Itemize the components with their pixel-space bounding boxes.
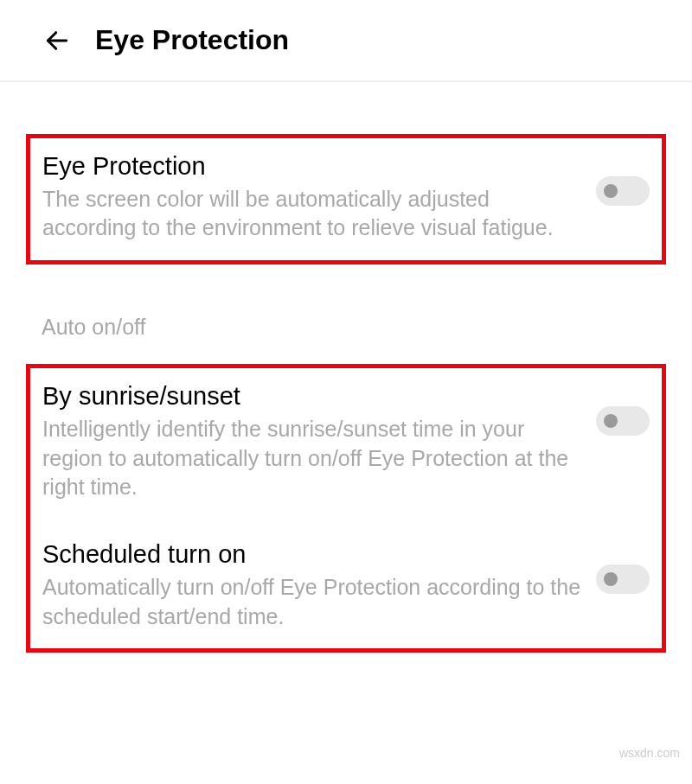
eye-protection-title: Eye Protection xyxy=(42,150,582,183)
toggle-knob-icon xyxy=(604,572,618,586)
eye-protection-row[interactable]: Eye Protection The screen color will be … xyxy=(42,145,650,248)
scheduled-description: Automatically turn on/off Eye Protection… xyxy=(42,573,582,632)
content-area: Eye Protection The screen color will be … xyxy=(0,134,692,653)
eye-protection-description: The screen color will be automatically a… xyxy=(42,185,582,244)
eye-protection-toggle[interactable] xyxy=(596,176,650,206)
scheduled-title: Scheduled turn on xyxy=(42,539,582,571)
header: Eye Protection xyxy=(0,0,692,80)
sunrise-sunset-title: By sunrise/sunset xyxy=(42,380,582,413)
back-arrow-icon[interactable] xyxy=(43,27,71,54)
eye-protection-highlight: Eye Protection The screen color will be … xyxy=(26,134,666,265)
eye-protection-text: Eye Protection The screen color will be … xyxy=(42,150,582,243)
scheduled-toggle[interactable] xyxy=(596,564,650,594)
page-title: Eye Protection xyxy=(95,24,289,56)
scheduled-text: Scheduled turn on Automatically turn on/… xyxy=(42,539,582,631)
sunrise-sunset-text: By sunrise/sunset Intelligently identify… xyxy=(42,380,582,502)
sunrise-sunset-description: Intelligently identify the sunrise/sunse… xyxy=(42,415,582,502)
toggle-knob-icon xyxy=(604,414,618,428)
scheduled-row[interactable]: Scheduled turn on Automatically turn on/… xyxy=(42,533,650,636)
auto-onoff-highlight: By sunrise/sunset Intelligently identify… xyxy=(26,364,666,653)
header-divider xyxy=(0,80,692,82)
toggle-knob-icon xyxy=(604,184,618,198)
sunrise-sunset-row[interactable]: By sunrise/sunset Intelligently identify… xyxy=(42,375,650,507)
auto-onoff-label: Auto on/off xyxy=(0,265,692,364)
sunrise-sunset-toggle[interactable] xyxy=(596,406,650,436)
